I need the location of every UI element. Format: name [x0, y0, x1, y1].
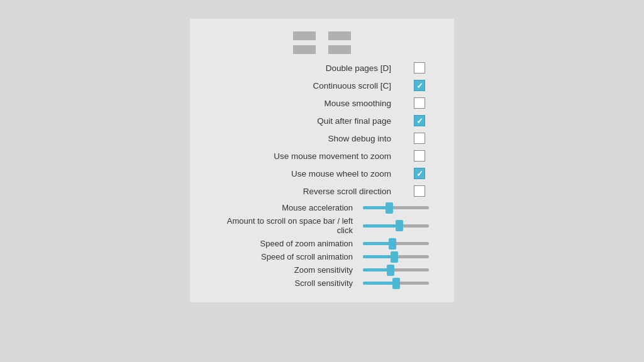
- slider-fill-speed-zoom-animation: [363, 242, 392, 245]
- checkbox-area-reverse-scroll: [404, 185, 435, 197]
- label-use-mouse-movement: Use mouse movement to zoom: [209, 151, 404, 161]
- checkbox-area-use-mouse-wheel: [404, 168, 435, 179]
- checkbox-row-continuous-scroll: Continuous scroll [C]: [209, 77, 435, 94]
- slider-track-mouse-acceleration[interactable]: [363, 206, 429, 209]
- checkbox-continuous-scroll[interactable]: [414, 80, 425, 91]
- open-file-button[interactable]: [328, 31, 351, 40]
- slider-row-speed-scroll-animation: Speed of scroll animation: [209, 250, 435, 263]
- slider-row-zoom-sensitivity: Zoom sensitivity: [209, 263, 435, 277]
- checkbox-row-show-debug: Show debug into: [209, 129, 435, 147]
- top-button-row: [209, 31, 435, 40]
- slider-track-speed-scroll-animation[interactable]: [363, 255, 429, 258]
- label-zoom-sensitivity: Zoom sensitivity: [209, 265, 363, 275]
- slider-track-scroll-sensitivity[interactable]: [363, 282, 429, 285]
- slider-row-amount-scroll-space: Amount to scroll on space bar / left cli…: [209, 214, 435, 237]
- slider-thumb-zoom-sensitivity[interactable]: [387, 265, 394, 276]
- slider-row-mouse-acceleration: Mouse acceleration: [209, 201, 435, 214]
- checkbox-area-quit-after-final: [404, 115, 435, 126]
- checkbox-use-mouse-wheel[interactable]: [414, 168, 425, 179]
- slider-thumb-mouse-acceleration[interactable]: [386, 202, 393, 214]
- sliders-container: Mouse accelerationAmount to scroll on sp…: [209, 201, 435, 290]
- slider-thumb-amount-scroll-space[interactable]: [396, 220, 403, 231]
- checkbox-area-use-mouse-movement: [404, 150, 435, 162]
- label-double-pages: Double pages [D]: [209, 63, 404, 73]
- label-reverse-scroll: Reverse scroll direction: [209, 187, 404, 196]
- slider-row-speed-zoom-animation: Speed of zoom animation: [209, 237, 435, 250]
- checkboxes-container: Double pages [D]Continuous scroll [C]Mou…: [209, 59, 435, 200]
- checkbox-mouse-smoothing[interactable]: [414, 97, 425, 109]
- checkbox-quit-after-final[interactable]: [414, 115, 425, 126]
- checkbox-row-use-mouse-movement: Use mouse movement to zoom: [209, 147, 435, 165]
- checkbox-show-debug[interactable]: [414, 133, 425, 144]
- checkbox-area-show-debug: [404, 133, 435, 144]
- label-scroll-sensitivity: Scroll sensitivity: [209, 278, 363, 288]
- slider-area-amount-scroll-space: [363, 224, 435, 228]
- slider-fill-scroll-sensitivity: [363, 282, 396, 285]
- slider-area-zoom-sensitivity: [363, 268, 435, 272]
- checkbox-use-mouse-movement[interactable]: [414, 150, 425, 162]
- checkbox-area-double-pages: [404, 62, 435, 74]
- label-use-mouse-wheel: Use mouse wheel to zoom: [209, 169, 404, 178]
- checkbox-row-reverse-scroll: Reverse scroll direction: [209, 182, 435, 200]
- slider-fill-amount-scroll-space: [363, 224, 399, 228]
- label-mouse-acceleration: Mouse acceleration: [209, 203, 363, 212]
- checkbox-row-double-pages: Double pages [D]: [209, 59, 435, 77]
- label-mouse-smoothing: Mouse smoothing: [209, 99, 404, 108]
- slider-thumb-speed-scroll-animation[interactable]: [391, 251, 398, 263]
- checkbox-row-quit-after-final: Quit after final page: [209, 112, 435, 129]
- slider-area-speed-scroll-animation: [363, 255, 435, 258]
- checkbox-row-mouse-smoothing: Mouse smoothing: [209, 94, 435, 112]
- label-speed-zoom-animation: Speed of zoom animation: [209, 239, 363, 248]
- quit-button[interactable]: [293, 45, 316, 54]
- checkbox-row-use-mouse-wheel: Use mouse wheel to zoom: [209, 165, 435, 182]
- slider-track-speed-zoom-animation[interactable]: [363, 242, 429, 245]
- label-quit-after-final: Quit after final page: [209, 116, 404, 126]
- slider-row-scroll-sensitivity: Scroll sensitivity: [209, 277, 435, 290]
- label-speed-scroll-animation: Speed of scroll animation: [209, 252, 363, 261]
- reset-defaults-button[interactable]: [328, 45, 351, 54]
- slider-thumb-speed-zoom-animation[interactable]: [389, 238, 396, 250]
- label-continuous-scroll: Continuous scroll [C]: [209, 81, 404, 90]
- checkbox-area-continuous-scroll: [404, 80, 435, 91]
- checkbox-double-pages[interactable]: [414, 62, 425, 74]
- slider-area-scroll-sensitivity: [363, 282, 435, 285]
- slider-area-speed-zoom-animation: [363, 242, 435, 245]
- slider-area-mouse-acceleration: [363, 206, 435, 209]
- slider-fill-speed-scroll-animation: [363, 255, 394, 258]
- checkbox-area-mouse-smoothing: [404, 97, 435, 109]
- settings-panel: Double pages [D]Continuous scroll [C]Mou…: [190, 19, 454, 302]
- label-show-debug: Show debug into: [209, 134, 404, 143]
- slider-track-zoom-sensitivity[interactable]: [363, 268, 429, 272]
- toggle-menu-button[interactable]: [293, 31, 316, 40]
- label-amount-scroll-space: Amount to scroll on space bar / left cli…: [209, 216, 363, 235]
- second-button-row: [209, 45, 435, 54]
- slider-track-amount-scroll-space[interactable]: [363, 224, 429, 228]
- slider-thumb-scroll-sensitivity[interactable]: [392, 278, 400, 289]
- checkbox-reverse-scroll[interactable]: [414, 185, 425, 197]
